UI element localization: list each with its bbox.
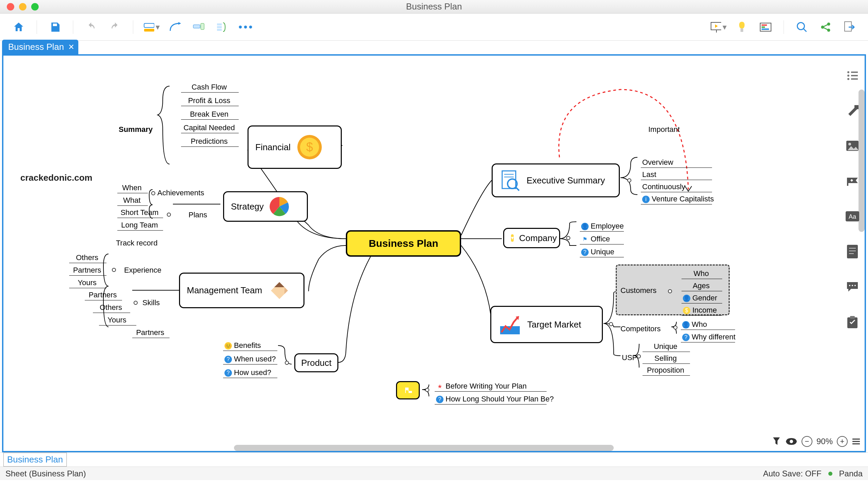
brainstorm-icon[interactable] [733,19,750,36]
menu-icon[interactable] [852,438,861,445]
gantt-icon[interactable] [757,19,774,36]
sheet-tab[interactable]: Business Plan [3,453,67,467]
subnode[interactable]: ★Before Writing Your Plan [435,381,547,392]
close-tab-icon[interactable]: ✕ [68,43,74,52]
subnode[interactable]: What [117,195,148,206]
subnode[interactable]: When [117,183,148,193]
subnode[interactable]: Long Team [117,220,163,231]
subnode[interactable]: ?Unique [580,247,624,257]
subnode[interactable]: Others [93,302,130,313]
share-icon[interactable] [817,19,834,36]
svg-text:$: $ [306,140,313,154]
svg-rect-6 [217,29,222,31]
node-center[interactable]: Business Plan [346,230,461,257]
node-management[interactable]: Management Team [179,273,304,308]
subnode[interactable]: ?When used? [223,354,277,364]
subnode[interactable]: ?How used? [223,368,277,378]
subnode[interactable]: ⚑Office [580,234,624,244]
subnode[interactable]: ?How Long Should Your Plan Be? [435,394,547,405]
subnode[interactable]: Break Even [181,109,239,120]
subnode[interactable]: Unique [643,341,690,352]
more-icon[interactable]: ••• [238,19,255,36]
svg-point-31 [790,440,793,443]
node-target[interactable]: Target Market [490,306,603,343]
subnode[interactable]: Cash Flow [181,82,239,93]
subnode[interactable]: Overview [641,157,712,168]
node-financial[interactable]: Financial $ [248,125,342,169]
svg-rect-21 [845,22,851,31]
subnode[interactable]: Partners [132,328,170,338]
presentation-icon[interactable]: ▾ [710,19,727,36]
undo-icon[interactable] [83,19,100,36]
notes-icon[interactable] [845,244,860,259]
node-label: Financial [255,142,291,153]
zoom-controls: − 90% + [772,436,861,447]
minimize-window[interactable] [19,3,26,11]
summary-icon[interactable] [214,19,231,36]
zoom-out-button[interactable]: − [802,436,812,447]
font-icon[interactable]: Aa [845,209,860,224]
outline-icon[interactable] [845,68,860,83]
label-competitors: Competitors [620,324,661,333]
subnode[interactable]: Proposition [643,365,690,376]
svg-point-37 [847,75,849,77]
maximize-window[interactable] [31,3,39,11]
markers-icon[interactable] [845,174,860,189]
svg-rect-36 [851,72,858,73]
sheet-name: Sheet (Business Plan) [5,469,86,478]
subnode[interactable]: $Income [682,305,722,316]
subnode[interactable]: Selling [643,353,690,364]
subnode[interactable]: 👤Gender [682,293,722,303]
subnode[interactable]: Continuously [641,182,712,192]
eye-icon[interactable] [785,437,797,446]
subnode[interactable]: Partners [85,290,122,300]
svg-line-15 [804,28,807,32]
task-icon[interactable] [845,315,860,330]
boundary-icon[interactable] [190,19,207,36]
node-executive[interactable]: Executive Summary [492,163,620,197]
zoom-level: 90% [816,437,833,446]
filter-icon[interactable] [772,436,781,447]
comments-icon[interactable] [845,279,860,294]
close-window[interactable] [7,3,14,11]
subnode[interactable]: Profit & Loss [181,96,239,106]
subnode[interactable]: 👤Who [681,319,735,330]
svg-point-35 [847,71,849,73]
subnode[interactable]: Yours [99,315,136,326]
node-company[interactable]: ▾ Company [503,228,560,248]
node-floating[interactable] [396,381,420,399]
redo-icon[interactable] [106,19,123,36]
subnode[interactable]: Predictions [181,136,239,147]
subnode[interactable]: Partners [69,265,106,276]
subnode[interactable]: iVenture Capitalists [641,194,712,204]
subnode[interactable]: Ages [682,281,722,291]
subnode[interactable]: Others [69,253,106,263]
save-icon[interactable] [46,19,63,36]
svg-line-20 [824,27,828,29]
label-summary: Summary [119,125,153,134]
subnode[interactable]: Short Team [117,208,163,218]
zoom-in-button[interactable]: + [837,436,848,447]
subnode[interactable]: Who [682,269,722,279]
svg-rect-44 [847,178,848,186]
image-icon[interactable] [845,138,860,153]
topic-icon[interactable]: ▾ [143,19,160,36]
home-icon[interactable] [10,19,27,36]
subnode[interactable]: 👤Employee [580,221,624,232]
horizontal-scrollbar[interactable] [234,445,614,451]
subnode[interactable]: Capital Needed [181,123,239,133]
export-icon[interactable] [841,19,858,36]
subnode[interactable]: 😊Benefits [223,340,277,351]
relationship-icon[interactable] [166,19,183,36]
format-icon[interactable] [845,103,860,118]
svg-rect-1 [144,29,154,32]
subnode[interactable]: Yours [69,278,106,288]
canvas[interactable]: crackedonic.com [2,54,866,452]
node-strategy[interactable]: Strategy [223,191,308,222]
node-product[interactable]: Product [294,353,338,372]
document-tab[interactable]: Business Plan ✕ [2,40,78,54]
search-icon[interactable] [793,19,810,36]
node-label: Target Market [527,319,581,330]
subnode[interactable]: Last [641,170,712,180]
subnode[interactable]: ?Why different [681,332,735,342]
